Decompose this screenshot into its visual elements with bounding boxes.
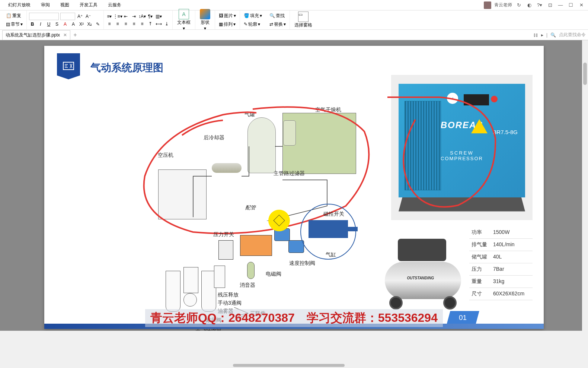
search-icon: 🔍 — [550, 32, 556, 38]
label-pressure-switch: 压力开关 — [213, 231, 234, 238]
underline-icon[interactable]: U — [45, 21, 52, 28]
pin-icon[interactable]: ⊡ — [546, 1, 554, 9]
superscript-icon[interactable]: X² — [78, 21, 85, 28]
maximize-icon[interactable]: ☐ — [567, 1, 575, 9]
menu-cloud[interactable]: 云服务 — [103, 0, 127, 10]
help-icon[interactable]: ?▾ — [536, 1, 543, 9]
select-pane-icon: ▭ — [298, 12, 309, 22]
indent-dec-icon[interactable]: ⇤ — [122, 13, 129, 20]
label-speed-valve: 速度控制阀 — [289, 260, 315, 267]
bold-icon[interactable]: B — [29, 21, 36, 28]
valign-top-icon[interactable]: ⤒ — [147, 20, 154, 27]
align-justify-icon[interactable]: ≡ — [131, 20, 137, 27]
shape-button[interactable]: 形状▾ — [198, 7, 212, 32]
spec-row: 储气罐40L — [469, 251, 533, 263]
menu-devtools[interactable]: 开发工具 — [74, 0, 103, 10]
clear-format-icon[interactable]: ✎ — [95, 21, 101, 28]
chapter-button[interactable]: ▤章节▾ — [4, 20, 24, 28]
speed-valve2-shape — [288, 240, 304, 253]
fill-icon: 🪣 — [244, 13, 249, 18]
bullets-icon[interactable]: ≡▾ — [106, 13, 113, 20]
file-tab-label: 动系统及气缸选型步骤.pptx — [6, 32, 60, 38]
valign-mid-icon[interactable]: ⟷ — [155, 20, 162, 27]
label-air-tank: 气罐 — [245, 111, 255, 118]
air-tank-shape — [247, 117, 276, 173]
decrease-font-icon[interactable]: A⁻ — [85, 13, 92, 20]
user-name: 青云老师 — [494, 2, 512, 8]
manual-valve-shape — [214, 266, 225, 288]
arrange-button[interactable]: ▦排列▾ — [217, 20, 237, 28]
nav-icon[interactable]: ▸ — [541, 32, 543, 38]
document-tabs: 动系统及气缸选型步骤.pptx ✕ + ⫿⫿ ▸ | 🔍 点此查找命令 — [0, 30, 588, 40]
label-silencer: 消音器 — [240, 282, 255, 289]
menu-review[interactable]: 审阅 — [36, 0, 55, 10]
align-right-icon[interactable]: ≡ — [122, 20, 129, 27]
minimize-icon[interactable]: — — [557, 1, 564, 9]
close-icon[interactable]: ✕ — [578, 1, 585, 9]
outline-button[interactable]: ✎轮廓▾ — [242, 20, 263, 28]
tab-add-icon[interactable]: + — [73, 32, 77, 38]
replace-button[interactable]: ⇄替换▾ — [268, 20, 287, 28]
scroll-thumb[interactable] — [583, 63, 587, 85]
theme-icon[interactable]: ◐ — [525, 1, 533, 9]
font-family-select[interactable] — [29, 13, 59, 20]
label-solenoid: 电磁阀 — [266, 271, 281, 277]
numbering-icon[interactable]: ⋮≡▾ — [114, 13, 121, 20]
label-air-compressor: 空压机 — [158, 152, 173, 159]
aftercooler-shape — [212, 163, 242, 173]
label-magnetic-switch: 磁性开关 — [323, 211, 344, 218]
spec-table: 功率1500W 排气量140L/min 储气罐40L 压力7Bar 重量31kg… — [469, 226, 533, 300]
shape-icon — [200, 9, 210, 19]
refresh-icon[interactable]: ↻ — [515, 1, 523, 9]
copy-button[interactable]: 📋重复 — [4, 12, 24, 20]
fill-button[interactable]: 🪣填充▾ — [242, 12, 263, 20]
indent-inc-icon[interactable]: ⇥ — [131, 13, 137, 20]
tank-brand: OUTSTANDING — [407, 276, 434, 280]
slide-canvas[interactable]: 气动系统原理图 空压机 后冷却器 气罐 空气干燥机 主管路过滤器 配管 — [44, 46, 544, 329]
highlight-icon[interactable]: A — [70, 21, 77, 28]
subscript-icon[interactable]: X₂ — [86, 21, 93, 28]
reading-mode-icon[interactable]: ⫿⫿ — [534, 32, 538, 38]
replace-icon: ⇄ — [269, 22, 273, 27]
spec-row: 尺寸60X26X62cm — [469, 288, 533, 300]
spec-row: 压力7Bar — [469, 263, 533, 276]
align-left-icon[interactable]: ≡ — [106, 20, 113, 27]
editor-area: 气动系统原理图 空压机 后冷却器 气罐 空气干燥机 主管路过滤器 配管 — [0, 40, 588, 331]
picture-icon: 🖼 — [219, 13, 223, 18]
compressor-text2: COMPRESSOR — [441, 156, 483, 161]
tab-close-icon[interactable]: ✕ — [63, 32, 67, 38]
compressor-model: BR7.5-8G — [493, 129, 518, 135]
increase-font-icon[interactable]: A⁺ — [77, 13, 83, 20]
italic-icon[interactable]: I — [37, 21, 44, 28]
warning-triangle-icon — [471, 119, 488, 133]
search-placeholder[interactable]: 点此查找命令 — [559, 32, 586, 38]
cursor-highlight — [268, 210, 290, 231]
strike-icon[interactable]: S — [54, 21, 60, 28]
spec-row: 功率1500W — [469, 226, 533, 239]
columns-icon[interactable]: ▥▾ — [155, 13, 162, 20]
text-dir-icon[interactable]: ¶▾ — [147, 13, 154, 20]
find-button[interactable]: 🔍查找 — [268, 12, 287, 20]
line-spacing-icon[interactable]: ↕A▾ — [139, 13, 146, 20]
file-tab[interactable]: 动系统及气缸选型步骤.pptx ✕ — [2, 30, 70, 40]
font-size-select[interactable] — [60, 13, 75, 20]
label-aftercooler: 后冷却器 — [204, 134, 224, 141]
textbox-button[interactable]: A文本框▾ — [175, 7, 193, 32]
contact-overlay: 青云老师QQ：2648270387 学习交流群：553536294 — [145, 309, 443, 327]
font-color-icon[interactable]: A — [62, 21, 68, 28]
frl-unit — [166, 256, 218, 317]
vertical-scrollbar[interactable] — [582, 40, 588, 331]
arrange-icon: ▦ — [219, 22, 223, 27]
valign-bot-icon[interactable]: ⤓ — [163, 20, 170, 27]
label-residual: 残压释放 — [218, 292, 239, 298]
air-compressor-box — [158, 169, 207, 219]
user-avatar[interactable] — [484, 1, 491, 9]
menu-view[interactable]: 视图 — [55, 0, 74, 10]
picture-button[interactable]: 🖼图片▾ — [217, 12, 237, 20]
align-center-icon[interactable]: ≡ — [114, 20, 121, 27]
align-dist-icon[interactable]: ≡ — [139, 20, 146, 27]
pneumatic-diagram: 空压机 后冷却器 气罐 空气干燥机 主管路过滤器 配管 — [52, 72, 383, 329]
cylinder-shape — [309, 220, 348, 238]
menu-slideshow[interactable]: 幻灯片放映 — [3, 0, 36, 10]
select-pane-button[interactable]: ▭选择窗格 — [292, 10, 314, 30]
